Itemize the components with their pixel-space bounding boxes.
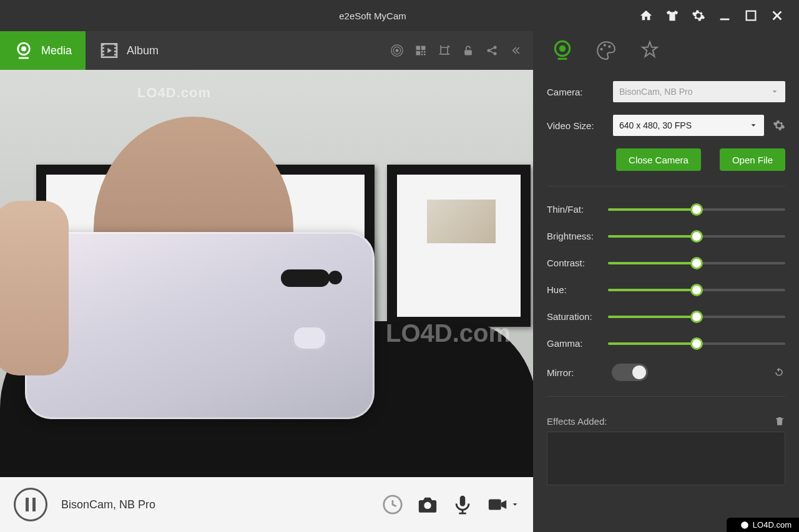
history-clock-icon[interactable] <box>382 494 403 515</box>
slider-thinfat[interactable]: Thin/Fat: <box>547 204 785 215</box>
mirror-label: Mirror: <box>547 367 600 378</box>
slider-contrast[interactable]: Contrast: <box>547 258 785 268</box>
right-tab-palette-icon[interactable] <box>596 40 617 61</box>
svg-point-17 <box>494 46 497 49</box>
crop-icon[interactable] <box>438 44 451 57</box>
corner-brand-badge: LO4D.com <box>727 518 799 532</box>
slider-contrast-label: Contrast: <box>547 258 600 268</box>
snapshot-camera-icon[interactable] <box>417 494 438 515</box>
svg-rect-12 <box>424 51 426 53</box>
watermark-big: LO4D.com <box>386 319 511 347</box>
qrcode-icon[interactable] <box>414 44 427 57</box>
chevron-down-icon <box>511 500 519 509</box>
svg-point-22 <box>424 502 431 509</box>
chevron-down-icon <box>749 121 758 130</box>
camera-label: Camera: <box>547 87 604 97</box>
slider-gamma[interactable]: Gamma: <box>547 338 785 349</box>
svg-rect-19 <box>26 498 29 511</box>
svg-point-5 <box>396 49 399 52</box>
microphone-icon[interactable] <box>452 494 473 515</box>
slider-brightness[interactable]: Brightness: <box>547 231 785 241</box>
maximize-icon[interactable] <box>744 9 758 22</box>
window-title: e2eSoft MyCam <box>0 11 639 21</box>
close-camera-button[interactable]: Close Camera <box>616 148 701 171</box>
effects-list <box>547 432 785 485</box>
svg-rect-9 <box>421 46 426 51</box>
right-tab-camera-icon[interactable] <box>552 40 573 61</box>
pause-button[interactable] <box>14 488 47 521</box>
settings-gear-icon[interactable] <box>692 9 705 22</box>
svg-rect-8 <box>416 46 421 51</box>
unlock-icon[interactable] <box>462 44 474 57</box>
videosize-settings-icon[interactable] <box>773 119 785 132</box>
tab-album-label: Album <box>127 44 159 57</box>
close-icon[interactable] <box>770 9 784 22</box>
tab-album[interactable]: Album <box>86 31 172 70</box>
svg-point-28 <box>600 48 602 51</box>
svg-point-29 <box>604 44 606 46</box>
videosize-select[interactable]: 640 x 480, 30 FPS <box>613 115 764 136</box>
slider-gamma-label: Gamma: <box>547 338 600 349</box>
svg-rect-13 <box>421 54 423 56</box>
share-icon[interactable] <box>486 44 498 57</box>
svg-rect-20 <box>32 498 36 511</box>
broadcast-icon[interactable] <box>391 44 403 57</box>
divider <box>547 396 785 397</box>
slider-saturation[interactable]: Saturation: <box>547 311 785 322</box>
video-preview: LO4D.com LO4D.com <box>0 70 533 477</box>
reset-icon[interactable] <box>773 366 785 379</box>
slider-hue[interactable]: Hue: <box>547 284 785 295</box>
svg-rect-23 <box>460 496 466 506</box>
svg-rect-14 <box>424 54 426 56</box>
slider-hue-label: Hue: <box>547 284 600 295</box>
svg-rect-24 <box>489 500 501 510</box>
collapse-icon[interactable] <box>509 44 522 57</box>
mirror-toggle[interactable] <box>612 364 648 381</box>
open-file-button[interactable]: Open File <box>720 148 785 171</box>
svg-rect-10 <box>416 51 421 56</box>
tab-media[interactable]: Media <box>0 31 86 70</box>
slider-brightness-label: Brightness: <box>547 231 600 241</box>
svg-point-26 <box>559 46 566 52</box>
chevron-down-icon <box>770 87 779 96</box>
tshirt-icon[interactable] <box>665 9 679 22</box>
svg-point-30 <box>608 46 610 48</box>
svg-point-3 <box>21 46 26 51</box>
active-device-name: BisonCam, NB Pro <box>61 498 368 511</box>
svg-rect-1 <box>747 11 756 21</box>
effects-added-label: Effects Added: <box>547 416 607 427</box>
slider-thinfat-label: Thin/Fat: <box>547 204 600 215</box>
videosize-select-value: 640 x 480, 30 FPS <box>619 120 692 130</box>
svg-rect-11 <box>421 51 423 53</box>
svg-point-18 <box>494 52 497 56</box>
right-tab-star-icon[interactable] <box>639 40 660 61</box>
watermark-top: LO4D.com <box>137 85 211 101</box>
webcam-icon <box>14 41 34 60</box>
home-icon[interactable] <box>639 9 653 22</box>
filmstrip-icon <box>99 41 119 60</box>
trash-icon[interactable] <box>774 415 785 427</box>
divider <box>547 186 785 186</box>
minimize-icon[interactable] <box>718 9 732 22</box>
svg-rect-15 <box>464 50 472 55</box>
svg-rect-0 <box>720 19 730 21</box>
tab-media-label: Media <box>41 44 72 57</box>
svg-rect-27 <box>558 58 567 60</box>
slider-saturation-label: Saturation: <box>547 311 600 322</box>
svg-point-31 <box>741 521 748 529</box>
videosize-label: Video Size: <box>547 120 604 131</box>
camera-select[interactable]: BisonCam, NB Pro <box>613 81 785 102</box>
record-video-button[interactable] <box>487 494 519 515</box>
camera-select-value: BisonCam, NB Pro <box>619 87 692 97</box>
